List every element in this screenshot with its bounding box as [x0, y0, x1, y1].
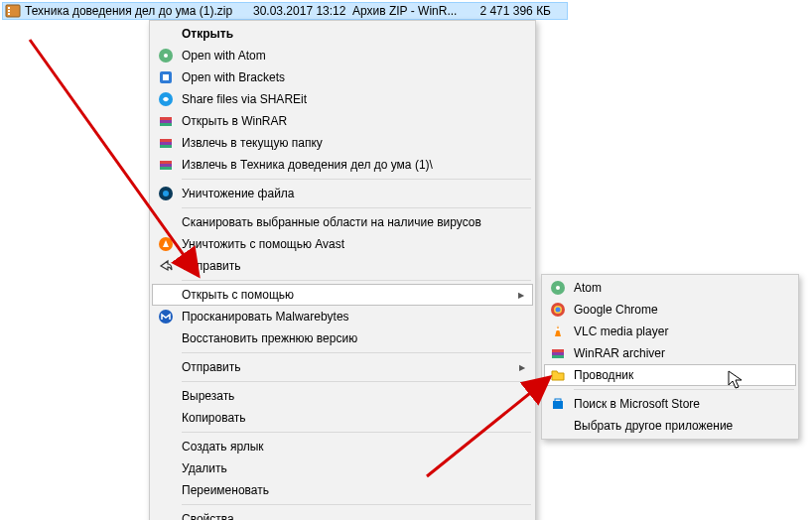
menu-rename[interactable]: Переименовать — [152, 479, 533, 501]
svg-rect-29 — [552, 349, 564, 352]
svg-point-23 — [556, 286, 560, 290]
winrar-icon — [548, 343, 568, 363]
menu-copy[interactable]: Копировать — [152, 407, 533, 429]
svg-rect-30 — [552, 355, 564, 358]
menu-delete[interactable]: Удалить — [152, 457, 533, 479]
menu-open-winrar[interactable]: Открыть в WinRAR — [152, 110, 533, 132]
menu-shortcut[interactable]: Создать ярлык — [152, 436, 533, 457]
svg-rect-17 — [160, 167, 172, 170]
svg-rect-16 — [160, 161, 172, 164]
svg-rect-32 — [555, 399, 561, 402]
file-date: 30.03.2017 13:12 — [253, 4, 352, 18]
menu-shred[interactable]: Уничтожение файла — [152, 183, 533, 204]
context-menu-main: Открыть Open with Atom Open with Bracket… — [149, 20, 536, 520]
menu-cut[interactable]: Вырезать — [152, 385, 533, 407]
file-type: Архив ZIP - WinR... — [352, 4, 462, 18]
blank-icon — [156, 458, 176, 478]
submenu-store[interactable]: Поиск в Microsoft Store — [544, 393, 796, 415]
svg-point-19 — [163, 191, 169, 196]
vlc-icon — [548, 322, 568, 341]
menu-open[interactable]: Открыть — [152, 23, 533, 45]
separator — [182, 207, 531, 208]
separator — [182, 381, 531, 382]
winrar-icon — [156, 155, 176, 175]
menu-scan-virus[interactable]: Сканировать выбранные области на наличие… — [152, 211, 533, 233]
menu-share-shareit[interactable]: Share files via SHAREit — [152, 88, 533, 110]
avast-icon — [156, 234, 176, 254]
svg-rect-1 — [8, 7, 10, 9]
submenu-winrar[interactable]: WinRAR archiver — [544, 342, 796, 364]
svg-rect-14 — [160, 145, 172, 148]
svg-point-26 — [556, 308, 561, 313]
menu-share[interactable]: Отправить — [152, 255, 533, 277]
separator — [182, 280, 531, 281]
blank-icon — [156, 328, 176, 348]
folder-icon — [548, 365, 568, 385]
winrar-icon — [156, 111, 176, 131]
blank-icon — [156, 386, 176, 406]
submenu-vlc[interactable]: VLC media player — [544, 321, 796, 342]
blank-icon — [156, 285, 176, 305]
menu-extract-here[interactable]: Извлечь в текущую папку — [152, 132, 533, 154]
svg-rect-10 — [160, 117, 172, 120]
blank-icon — [156, 437, 176, 456]
shred-icon — [156, 184, 176, 203]
winrar-icon — [156, 133, 176, 153]
file-size: 2 471 396 КБ — [462, 4, 551, 18]
menu-malwarebytes[interactable]: Просканировать Malwarebytes — [152, 306, 533, 327]
blank-icon — [156, 357, 176, 377]
submenu-atom[interactable]: Atom — [544, 277, 796, 299]
separator — [182, 504, 531, 505]
svg-rect-11 — [160, 123, 172, 126]
svg-rect-3 — [8, 13, 10, 15]
menu-avast-shred[interactable]: Уничтожить с помощью Avast — [152, 233, 533, 255]
menu-open-atom[interactable]: Open with Atom — [152, 45, 533, 66]
share-icon — [156, 256, 176, 276]
submenu-chrome[interactable]: Google Chrome — [544, 299, 796, 321]
svg-rect-13 — [160, 139, 172, 142]
blank-icon — [548, 416, 568, 436]
separator — [574, 389, 794, 390]
svg-rect-2 — [8, 10, 10, 12]
file-name: Техника доведения дел до ума (1).zip — [25, 4, 253, 18]
blank-icon — [156, 408, 176, 428]
menu-extract-to[interactable]: Извлечь в Техника доведения дел до ума (… — [152, 154, 533, 176]
svg-point-21 — [159, 310, 173, 324]
brackets-icon — [156, 67, 176, 87]
submenu-choose[interactable]: Выбрать другое приложение — [544, 415, 796, 437]
file-row[interactable]: Техника доведения дел до ума (1).zip 30.… — [2, 2, 568, 20]
menu-restore[interactable]: Восстановить прежнюю версию — [152, 327, 533, 349]
menu-open-brackets[interactable]: Open with Brackets — [152, 66, 533, 88]
malwarebytes-icon — [156, 307, 176, 326]
menu-open-with[interactable]: Открыть с помощью — [152, 284, 533, 306]
atom-icon — [548, 278, 568, 298]
submenu-explorer[interactable]: Проводник — [544, 364, 796, 386]
separator — [182, 352, 531, 353]
svg-rect-7 — [163, 74, 169, 80]
separator — [182, 179, 531, 180]
blank-icon — [156, 212, 176, 232]
shareit-icon — [156, 89, 176, 109]
blank-icon — [156, 24, 176, 44]
chrome-icon — [548, 300, 568, 320]
store-icon — [548, 394, 568, 414]
separator — [182, 432, 531, 433]
blank-icon — [156, 509, 176, 520]
svg-rect-27 — [556, 328, 560, 330]
atom-icon — [156, 46, 176, 65]
svg-point-5 — [164, 54, 168, 58]
blank-icon — [156, 480, 176, 500]
menu-properties[interactable]: Свойства — [152, 508, 533, 520]
context-menu-open-with: Atom Google Chrome VLC media player WinR… — [541, 274, 799, 440]
menu-send-to[interactable]: Отправить — [152, 356, 533, 378]
zip-file-icon — [5, 3, 21, 19]
